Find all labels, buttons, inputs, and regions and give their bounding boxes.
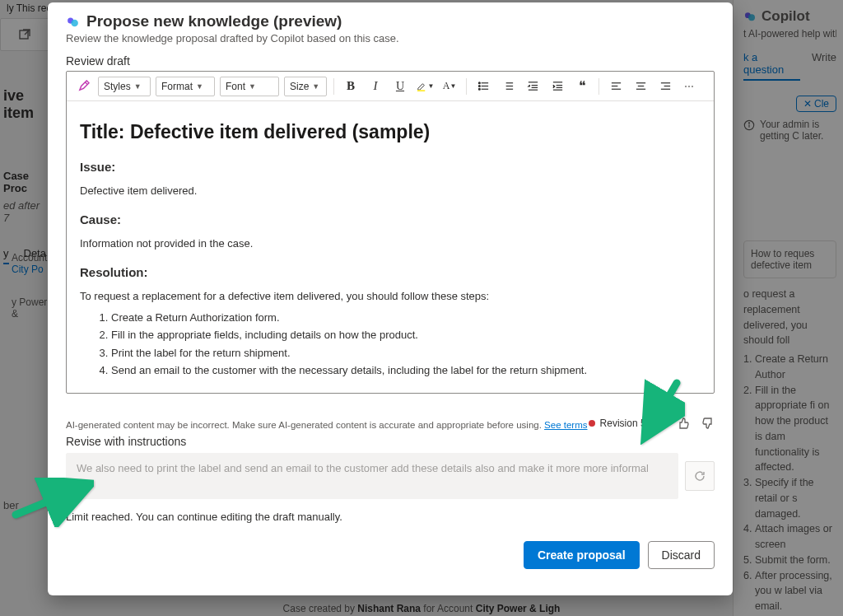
copilot-icon <box>66 15 80 29</box>
align-right-button[interactable] <box>655 77 675 96</box>
cause-heading: Cause: <box>80 211 701 230</box>
numbered-list-button[interactable] <box>498 77 518 96</box>
discard-button[interactable]: Discard <box>648 541 715 569</box>
styles-dropdown[interactable]: Styles▼ <box>98 77 151 96</box>
revision-indicator: Revision 5 of 5 <box>589 418 665 429</box>
svg-point-7 <box>71 19 78 26</box>
bullet-list-button[interactable] <box>473 77 493 96</box>
revise-label: Revise with instructions <box>66 435 715 448</box>
size-dropdown[interactable]: Size▼ <box>284 77 327 96</box>
svg-point-12 <box>478 82 480 84</box>
regenerate-button[interactable] <box>685 461 715 491</box>
svg-rect-8 <box>417 90 424 91</box>
limit-reached-message: Limit reached. You can continue editing … <box>66 511 715 523</box>
font-color-button[interactable]: A▼ <box>440 77 459 96</box>
svg-point-13 <box>478 86 480 87</box>
thumbs-down-icon[interactable] <box>701 417 715 430</box>
cause-body: Information not provided in the case. <box>80 236 701 252</box>
revise-instructions-input[interactable]: We also need to print the label and send… <box>66 453 678 499</box>
modal-title: Propose new knowledge (preview) <box>86 12 342 30</box>
issue-body: Defective item delivered. <box>80 183 701 199</box>
issue-heading: Issue: <box>80 158 701 177</box>
highlight-color-button[interactable]: ▼ <box>415 77 435 96</box>
thumbs-up-icon[interactable] <box>677 417 690 430</box>
align-left-button[interactable] <box>606 77 626 96</box>
create-proposal-button[interactable]: Create proposal <box>524 541 640 569</box>
quote-button[interactable]: ❝ <box>572 77 592 96</box>
indent-button[interactable] <box>547 77 567 96</box>
resolution-steps: Create a Return Authorization form. Fill… <box>80 310 701 379</box>
underline-button[interactable]: U <box>390 77 410 96</box>
resolution-heading: Resolution: <box>80 264 701 282</box>
font-dropdown[interactable]: Font▼ <box>220 77 279 96</box>
brush-icon[interactable] <box>73 77 93 96</box>
modal-subtitle: Review the knowledge proposal drafted by… <box>66 32 715 44</box>
italic-button[interactable]: I <box>366 77 385 96</box>
see-terms-link[interactable]: See terms <box>544 420 587 430</box>
review-draft-label: Review draft <box>66 54 715 68</box>
format-dropdown[interactable]: Format▼ <box>156 77 215 96</box>
outdent-button[interactable] <box>523 77 543 96</box>
rich-text-editor: Styles▼ Format▼ Font▼ Size▼ B I U ▼ A▼ ❝ <box>66 71 715 394</box>
draft-title: Title: Defective item delivered (sample) <box>80 118 701 147</box>
more-button[interactable]: ⋯ <box>680 77 700 96</box>
align-center-button[interactable] <box>631 77 650 96</box>
editor-toolbar: Styles▼ Format▼ Font▼ Size▼ B I U ▼ A▼ ❝ <box>67 72 714 101</box>
resolution-intro: To request a replacement for a defective… <box>80 288 701 305</box>
propose-knowledge-modal: Propose new knowledge (preview) Review t… <box>48 2 733 595</box>
editor-content-area[interactable]: Title: Defective item delivered (sample)… <box>67 101 714 393</box>
svg-point-14 <box>478 88 480 90</box>
ai-disclaimer: AI-generated content may be incorrect. M… <box>66 420 588 430</box>
bold-button[interactable]: B <box>341 77 361 96</box>
revision-dot-icon <box>589 420 595 427</box>
